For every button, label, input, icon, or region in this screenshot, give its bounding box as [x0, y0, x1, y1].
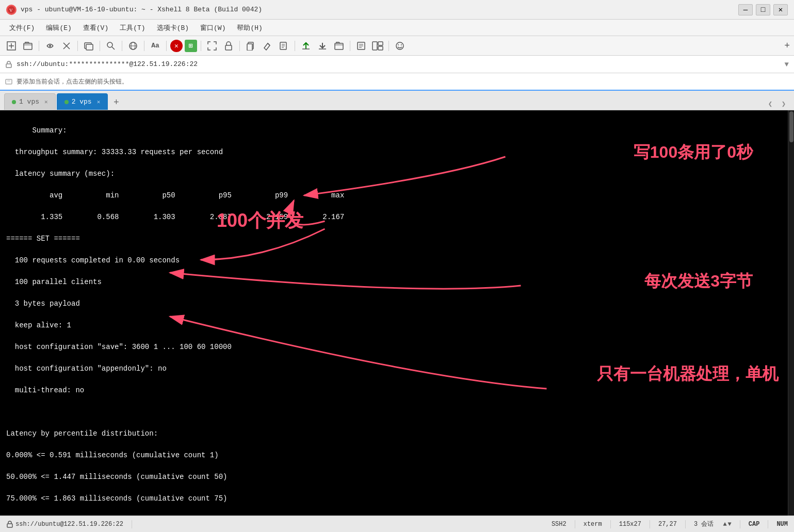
menu-view[interactable]: 查看(V)	[78, 21, 114, 35]
terminal-output: Summary: throughput summary: 33333.33 re…	[6, 114, 788, 516]
statusbar: ssh://ubuntu@122.51.19.226:22 SSH2 xterm…	[0, 516, 794, 532]
lock-icon	[5, 61, 12, 68]
maximize-button[interactable]: □	[756, 4, 770, 15]
terminal-line-6: 100 requests completed in 0.00 seconds	[6, 256, 180, 264]
status-cap: CAP	[749, 521, 760, 528]
toolbar-sep-4	[122, 41, 122, 51]
svg-rect-28	[335, 43, 343, 49]
annotation-3-bytes: 每次发送3字节	[644, 270, 753, 293]
svg-rect-18	[247, 44, 252, 51]
tab-2-dot	[64, 100, 69, 104]
toolbar-xshell-icon[interactable]: ✕	[170, 40, 183, 52]
annotation-wrote-100: 写100条用了0秒	[634, 141, 753, 164]
toolbar-new-session[interactable]	[4, 39, 19, 53]
toolbar-duplicate[interactable]	[277, 39, 291, 53]
session-down-arrow[interactable]: ▼	[728, 521, 732, 528]
status-sep-2	[575, 520, 575, 528]
toolbar-emoji[interactable]	[393, 39, 407, 53]
status-sep-6	[740, 520, 740, 528]
toolbar-send-file[interactable]	[299, 39, 313, 53]
svg-line-19	[268, 43, 270, 45]
toolbar-sep-2	[77, 41, 78, 51]
menu-file[interactable]: 文件(F)	[4, 21, 40, 35]
tab-2-vps[interactable]: 2 vps ✕	[57, 93, 108, 110]
window-title: vps - ubuntu@VM-16-10-ubuntu: ~ - Xshell…	[21, 6, 734, 13]
status-session-arrows: ▲ ▼	[723, 521, 731, 528]
svg-rect-34	[378, 42, 383, 45]
terminal-line-1: throughput summary: 33333.33 requests pe…	[6, 148, 223, 156]
toolbar-sep-6	[166, 41, 167, 51]
terminal-line-2: latency summary (msec):	[6, 170, 115, 178]
toolbar-connect[interactable]	[43, 39, 57, 53]
toolbar-fullscreen[interactable]	[205, 39, 219, 53]
minimize-button[interactable]: —	[738, 4, 753, 15]
terminal-wrapper: Summary: throughput summary: 33333.33 re…	[0, 110, 794, 516]
annotation-single-machine: 只有一台机器处理，单机	[597, 363, 779, 386]
status-xterm: xterm	[584, 521, 602, 528]
toolbar-receive-file[interactable]	[315, 39, 330, 53]
tab-nav-left[interactable]: ❮	[764, 97, 776, 110]
toolbar-new-window[interactable]	[82, 39, 96, 53]
status-position: 27,27	[658, 521, 677, 528]
window-controls: — □ ✕	[738, 4, 788, 15]
toolbar-sep-11	[388, 41, 389, 51]
toolbar-sep-10	[350, 41, 350, 51]
toolbar-edit-session[interactable]	[260, 39, 274, 53]
tab-1-vps[interactable]: 1 vps ✕	[4, 93, 56, 110]
svg-rect-40	[6, 79, 12, 84]
svg-point-6	[49, 45, 51, 47]
tab-nav-right[interactable]: ❯	[777, 97, 790, 110]
status-sep-3	[610, 520, 611, 528]
toolbar-layout[interactable]	[370, 39, 385, 53]
menu-tabs[interactable]: 选项卡(B)	[152, 21, 194, 35]
toolbar-open[interactable]	[21, 39, 35, 53]
toolbar-search[interactable]	[104, 39, 118, 53]
svg-point-38	[401, 44, 402, 45]
terminal-line-9: keep alive: 1	[6, 321, 71, 329]
terminal-scrollbar[interactable]	[788, 110, 794, 516]
toolbar-globe[interactable]	[126, 39, 140, 53]
toolbar-sep-8	[239, 41, 240, 51]
tab-navigation: ❮ ❯	[764, 97, 790, 110]
toolbar-file-manager[interactable]	[332, 39, 346, 53]
status-sep-4	[650, 520, 650, 528]
tabbar: 1 vps ✕ 2 vps ✕ + ❮ ❯	[0, 91, 794, 110]
tab-2-close[interactable]: ✕	[97, 98, 101, 105]
svg-rect-43	[7, 524, 12, 527]
svg-rect-16	[225, 45, 232, 50]
toolbar-font[interactable]: Aa	[148, 39, 163, 53]
menu-window[interactable]: 窗口(W)	[195, 21, 231, 35]
status-right-section: SSH2 xterm 115x27 27,27 3 会话 ▲ ▼ CAP NUM	[552, 520, 788, 528]
toolbar-compose[interactable]	[354, 39, 368, 53]
annotation-100-concurrent: 100个并发	[217, 208, 303, 234]
status-address: ssh://ubuntu@122.51.19.226:22	[15, 521, 123, 528]
terminal-line-10: host configuration "save": 3600 1 ... 10…	[6, 343, 232, 351]
tab-1-close[interactable]: ✕	[44, 98, 48, 105]
status-size: 115x27	[619, 521, 641, 528]
toolbar-disconnect[interactable]	[59, 39, 74, 53]
terminal-line-11: host configuration "appendonly": no	[6, 364, 167, 373]
toolbar-copy-session[interactable]	[244, 39, 258, 53]
status-sep-7	[768, 520, 768, 528]
toolbar-lock[interactable]	[221, 39, 236, 53]
session-up-arrow[interactable]: ▲	[723, 521, 726, 528]
close-button[interactable]: ✕	[773, 4, 788, 15]
menu-edit[interactable]: 编辑(E)	[41, 21, 76, 35]
status-connection: ssh://ubuntu@122.51.19.226:22	[6, 521, 123, 528]
tab-2-label: 2 vps	[72, 98, 92, 106]
address-dropdown[interactable]: ▼	[785, 60, 789, 69]
svg-rect-5	[24, 43, 32, 49]
tab-add-button[interactable]: +	[109, 95, 123, 110]
titlebar: V vps - ubuntu@VM-16-10-ubuntu: ~ - Xshe…	[0, 0, 794, 20]
terminal-line-0: Summary:	[32, 126, 67, 135]
svg-text:V: V	[9, 8, 13, 13]
toolbar-sep-9	[295, 41, 295, 51]
svg-rect-33	[372, 42, 377, 50]
terminal[interactable]: Summary: throughput summary: 33333.33 re…	[0, 110, 794, 516]
toolbar-add[interactable]: +	[784, 41, 790, 51]
toolbar-sep-1	[39, 41, 39, 51]
menu-tools[interactable]: 工具(T)	[115, 21, 150, 35]
menu-help[interactable]: 帮助(H)	[232, 21, 267, 35]
terminal-line-12: multi-thread: no	[6, 386, 84, 394]
toolbar-green-btn[interactable]: ⊞	[185, 40, 197, 52]
